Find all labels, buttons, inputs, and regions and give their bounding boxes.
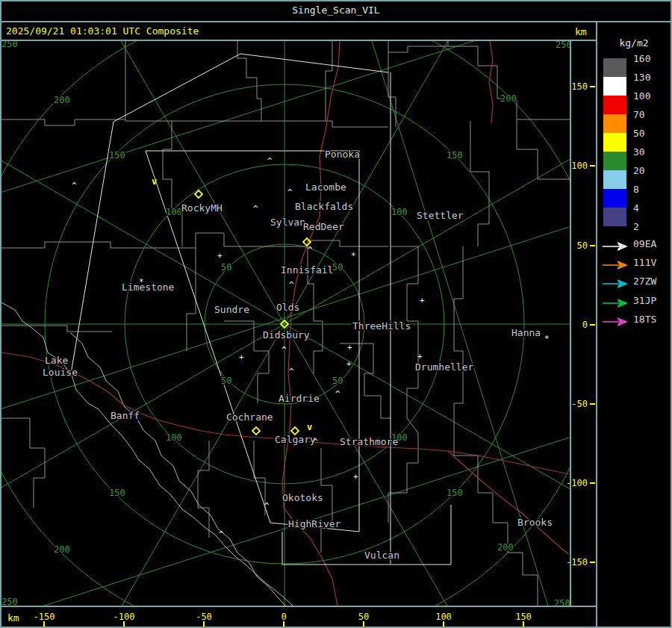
azimuth-radial	[1, 125, 284, 325]
county-boundary	[187, 248, 196, 351]
radar-arrow-icon	[602, 258, 630, 267]
asterisk-marker-icon: *	[544, 334, 550, 343]
right-axis-tick	[590, 562, 595, 563]
ring-distance-label: 50	[221, 262, 231, 273]
scale-value-label: 50	[633, 128, 668, 138]
city-label: Okotoks	[282, 492, 323, 503]
radar-arrow-icon	[602, 277, 630, 286]
right-axis-tick	[590, 403, 595, 405]
bottom-axis-label: 50	[349, 612, 379, 622]
city-label: Cochrane	[226, 411, 273, 423]
right-axis-label: -150	[566, 557, 588, 568]
county-boundary	[1, 119, 388, 127]
right-axis-label: 50	[577, 240, 588, 251]
city-label: ThreeHills	[352, 320, 411, 332]
ring-distance-label: 200	[497, 542, 514, 553]
highway-line	[489, 41, 493, 123]
bottom-axis-label: 100	[429, 612, 458, 622]
scale-value-label: 4	[633, 203, 668, 213]
scale-color-block	[603, 208, 626, 226]
caret-marker-icon: ^	[287, 187, 293, 197]
check-marker-icon: v	[152, 176, 157, 187]
scale-color-block	[603, 58, 626, 77]
right-axis-label: -50	[571, 399, 588, 409]
city-label: Innisfail	[281, 264, 333, 276]
radar-id-label: 27ZW	[633, 276, 656, 286]
city-label: Brooks	[517, 517, 553, 528]
scale-color-block	[603, 189, 626, 208]
highway-line	[448, 451, 569, 554]
plu-marker-icon: +	[239, 352, 244, 362]
right-axis-tick	[590, 324, 595, 326]
county-boundary	[470, 121, 489, 246]
radar-id-label: 09EA	[633, 239, 656, 249]
plu-marker-icon: +	[417, 352, 423, 361]
asterisk-marker-icon: *	[351, 251, 356, 261]
city-label: Vulcan	[364, 550, 399, 561]
city-label: Lacombe	[305, 181, 346, 193]
city-label: Airdrie	[279, 393, 320, 404]
caret-marker-icon: ^	[219, 529, 224, 539]
county-boundary	[391, 246, 418, 418]
ring-distance-label: 150	[447, 150, 463, 161]
bottom-axis-tick	[523, 621, 524, 627]
ring-distance-label: 50	[221, 376, 231, 386]
city-label: Stettler	[417, 210, 464, 221]
county-boundary	[517, 119, 570, 179]
highway-line	[291, 440, 569, 474]
scale-color-block	[603, 114, 626, 133]
window-title: Single_Scan_VIL	[292, 4, 379, 16]
graticule-line	[1, 41, 569, 193]
city-label: Strathmore	[340, 436, 398, 447]
title-bar[interactable]: Single_Scan_VIL	[0, 0, 672, 19]
right-axis-tick	[590, 245, 595, 246]
city-label: Louise	[43, 367, 78, 378]
bottom-axis-label: 0	[269, 612, 299, 622]
radar-map[interactable]: 5050505010010010010015015015015020020020…	[1, 41, 570, 606]
city-label: Drumheller	[415, 361, 473, 373]
city-label: Sylvan	[270, 217, 305, 228]
scale-color-block	[603, 152, 626, 170]
city-label: Didsbury	[263, 329, 310, 341]
bottom-axis-tick	[123, 621, 125, 627]
city-label: Blackfalds	[295, 201, 353, 212]
scale-color-block	[603, 133, 626, 152]
radar-site-diamond-icon	[252, 427, 260, 435]
bottom-axis-tick	[283, 621, 284, 627]
plu-marker-icon: +	[347, 343, 352, 352]
county-boundary	[448, 46, 570, 119]
ring-distance-label: 200	[54, 544, 70, 555]
scan-sector-outline	[240, 54, 388, 72]
radar-site-diamond-icon	[195, 190, 202, 198]
scale-value-label: 160	[633, 54, 668, 63]
caret-marker-icon: ^	[289, 280, 294, 290]
scale-color-block	[603, 77, 626, 96]
county-boundary	[388, 41, 448, 52]
caret-marker-icon: ^	[264, 501, 270, 511]
plu-marker-icon: +	[420, 296, 425, 305]
county-boundary	[454, 456, 538, 606]
right-axis-label: -100	[566, 478, 588, 488]
bottom-axis-tick	[363, 621, 364, 627]
right-axis-label: 100	[571, 161, 588, 171]
city-label: Olds	[276, 302, 299, 313]
county-boundary	[237, 41, 261, 121]
caret-marker-icon: ^	[313, 437, 318, 447]
ring-distance-label: 100	[391, 207, 408, 217]
caret-marker-icon: ^	[335, 389, 340, 399]
scale-color-block	[603, 170, 626, 189]
legend-unit-label: kg/m2	[597, 37, 671, 49]
city-label: Banff	[111, 410, 140, 421]
radar-arrow-icon	[602, 315, 630, 324]
city-label: Sundre	[214, 304, 249, 315]
ring-distance-label: 150	[447, 488, 463, 498]
city-label: HighRiver	[288, 518, 341, 529]
radar-arrow-icon	[602, 296, 630, 305]
ring-distance-label: 200	[500, 93, 517, 104]
bottom-axis-tick	[443, 621, 444, 627]
bottom-axis-label: 150	[508, 612, 538, 622]
panel-divider	[596, 21, 597, 627]
city-label: Calgary	[275, 434, 316, 445]
radar-app-window: Single_Scan_VIL 2025/09/21 01:03:01 UTC …	[0, 0, 672, 628]
ring-distance-label: 200	[54, 95, 70, 105]
